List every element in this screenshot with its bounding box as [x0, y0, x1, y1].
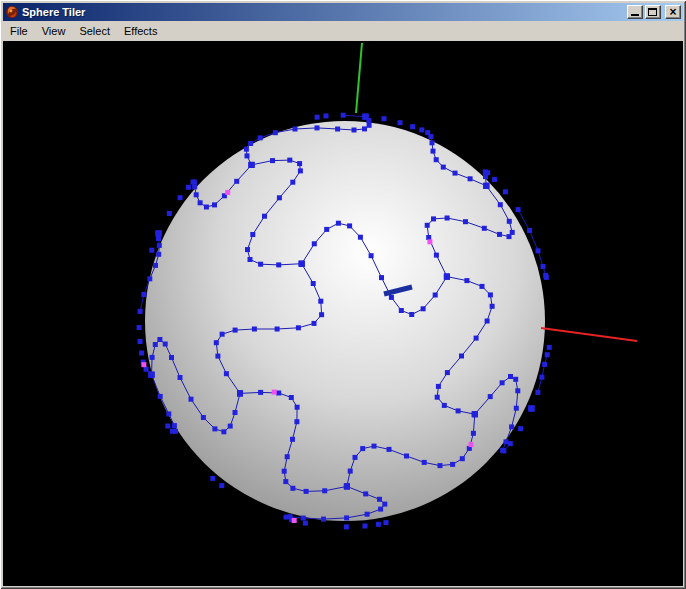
tile-dot — [249, 162, 255, 168]
tile-dot — [198, 200, 203, 205]
tile-dot — [500, 448, 505, 453]
tile-dot — [294, 419, 299, 424]
tile-dot — [312, 321, 317, 326]
app-icon — [5, 5, 19, 19]
tile-dot — [172, 423, 177, 428]
tile-dot — [474, 336, 479, 341]
tile-dot — [285, 454, 290, 459]
tile-dot — [442, 403, 447, 408]
tile-dot — [433, 293, 438, 298]
right-axis-line — [541, 328, 637, 341]
tile-dot — [166, 411, 171, 416]
tile-dot — [453, 171, 458, 176]
tile-dot — [283, 479, 288, 484]
tile-dot — [277, 195, 282, 200]
tile-dot — [287, 158, 292, 163]
tile-dot — [547, 345, 552, 350]
tile-dot — [504, 439, 509, 444]
tile-dot — [436, 384, 441, 389]
tile-dot — [244, 147, 249, 152]
tile-dot — [507, 219, 512, 224]
tile-dot — [137, 325, 142, 330]
tile-dot — [485, 319, 490, 324]
tile-dot — [460, 456, 465, 461]
tile-dot — [363, 114, 369, 120]
tile-dot — [387, 447, 392, 452]
tile-dot — [422, 460, 427, 465]
tile-dot — [228, 424, 233, 429]
tile-dot — [539, 375, 544, 380]
tile-dot — [379, 275, 384, 280]
tile-dot — [141, 292, 146, 297]
tile-dot — [362, 126, 367, 131]
tile-dot — [150, 355, 155, 360]
tile-dot — [468, 176, 473, 181]
tile-dot — [344, 515, 349, 520]
minimize-icon — [631, 14, 639, 16]
tile-dot — [376, 522, 381, 527]
tile-dot — [158, 394, 163, 399]
tile-dot — [445, 216, 450, 221]
tile-dot — [156, 236, 161, 241]
tile-dot — [389, 295, 394, 300]
tile-dot — [377, 497, 382, 502]
tile-dot — [480, 284, 485, 289]
tile-dot — [153, 263, 158, 268]
tile-dot — [441, 165, 446, 170]
tile-dot — [147, 276, 152, 281]
tile-dot — [518, 426, 523, 431]
tile-dot — [157, 243, 162, 248]
tile-dot — [312, 241, 317, 246]
tile-dot — [234, 179, 239, 184]
tile-dot — [192, 184, 197, 189]
tile-dot — [483, 183, 489, 189]
face-marker-dot — [225, 190, 230, 195]
tile-dot — [503, 189, 508, 194]
tile-dot — [258, 262, 263, 267]
minimize-button[interactable] — [627, 5, 643, 19]
tile-dot — [210, 476, 215, 481]
menu-item-file[interactable]: File — [4, 22, 35, 40]
tile-dot — [258, 135, 263, 140]
tile-dot — [276, 391, 281, 396]
tile-dot — [275, 327, 280, 332]
tile-dot — [219, 483, 224, 488]
menu-item-effects[interactable]: Effects — [117, 22, 164, 40]
maximize-button[interactable] — [645, 5, 661, 19]
tile-dot — [363, 524, 368, 529]
menu-item-view[interactable]: View — [35, 22, 73, 40]
title-bar[interactable]: Sphere Tiler × — [3, 3, 683, 21]
tile-dot — [290, 180, 295, 185]
tile-dot — [245, 153, 250, 158]
tile-edge-segment — [261, 264, 279, 265]
menu-item-select[interactable]: Select — [72, 22, 117, 40]
tile-dot — [290, 437, 295, 442]
tile-dot — [509, 424, 514, 429]
close-icon: × — [666, 5, 680, 19]
face-marker-dot — [141, 362, 146, 367]
tile-dot — [282, 469, 287, 474]
tile-dot — [544, 275, 549, 280]
tile-dot — [201, 415, 206, 420]
tile-dot — [311, 281, 316, 286]
tile-dot — [167, 211, 172, 216]
tile-dot — [482, 226, 487, 231]
tile-dot — [507, 234, 512, 239]
tile-dot — [513, 377, 518, 382]
tile-dot — [297, 161, 302, 166]
tile-dot — [352, 128, 357, 133]
tile-dot — [488, 394, 493, 399]
tile-dot — [149, 248, 154, 253]
tile-dot — [273, 130, 278, 135]
tile-dot — [464, 278, 469, 283]
face-marker-dot — [427, 239, 432, 244]
viewport[interactable] — [3, 41, 683, 586]
tile-dot — [367, 123, 372, 128]
tile-dot — [262, 214, 267, 219]
tile-dot — [399, 308, 404, 313]
tile-dot — [220, 332, 225, 337]
tile-dot — [276, 262, 281, 267]
close-button[interactable]: × — [665, 5, 681, 19]
tile-dot — [535, 390, 540, 395]
tile-dot — [471, 431, 476, 436]
